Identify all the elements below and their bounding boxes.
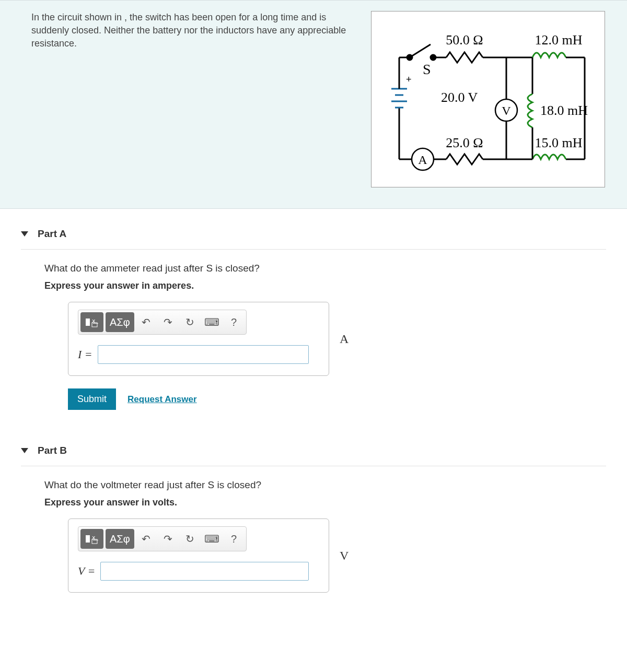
part-b-answer-box: x͟ ΑΣφ ↶ ↷ ↻ ⌨ ? V = xyxy=(68,518,329,593)
circuit-figure: + S V A 50.0 Ω 12.0 mH 20.0 V 18.0 mH 25… xyxy=(371,11,605,187)
reset-button[interactable]: ↻ xyxy=(180,529,200,549)
greek-button[interactable]: ΑΣφ xyxy=(106,529,134,549)
part-a-question: What do the ammeter read just after S is… xyxy=(44,263,606,274)
svg-rect-33 xyxy=(86,535,90,543)
redo-button[interactable]: ↷ xyxy=(158,529,178,549)
part-b: Part B What do the voltmeter read just a… xyxy=(0,426,627,598)
caret-down-icon xyxy=(21,448,28,453)
intro-text: In the circuit shown in , the switch has… xyxy=(31,11,355,51)
l1-label: 12.0 mH xyxy=(535,32,583,48)
svg-line-3 xyxy=(410,44,431,57)
part-b-title: Part B xyxy=(38,445,67,456)
undo-button[interactable]: ↶ xyxy=(136,529,156,549)
part-a-instruction: Express your answer in amperes. xyxy=(44,280,606,291)
svg-rect-30 xyxy=(86,319,90,326)
part-a: Part A What do the ammeter read just aft… xyxy=(0,209,627,426)
r1-label: 50.0 Ω xyxy=(446,32,483,48)
part-b-variable: V = xyxy=(78,564,95,578)
svg-text:+: + xyxy=(406,74,412,85)
keyboard-button[interactable]: ⌨ xyxy=(202,312,222,332)
svg-text:V: V xyxy=(502,104,511,117)
part-a-variable: I = xyxy=(78,348,92,361)
part-b-instruction: Express your answer in volts. xyxy=(44,497,606,508)
part-b-unit: V xyxy=(340,549,349,563)
formula-toolbar: x͟ ΑΣφ ↶ ↷ ↻ ⌨ ? xyxy=(78,526,247,551)
formula-toolbar: x͟ ΑΣφ ↶ ↷ ↻ ⌨ ? xyxy=(78,310,247,335)
keyboard-button[interactable]: ⌨ xyxy=(202,529,222,549)
l3-label: 15.0 mH xyxy=(535,135,583,150)
problem-intro: In the circuit shown in , the switch has… xyxy=(0,0,627,209)
undo-button[interactable]: ↶ xyxy=(136,312,156,332)
templates-button[interactable]: x͟ xyxy=(80,312,103,332)
switch-label: S xyxy=(423,61,431,77)
part-a-header[interactable]: Part A xyxy=(21,222,606,250)
part-a-answer-box: x͟ ΑΣφ ↶ ↷ ↻ ⌨ ? I = xyxy=(68,302,329,376)
part-a-input[interactable] xyxy=(98,345,309,364)
request-answer-link[interactable]: Request Answer xyxy=(127,394,197,405)
part-a-unit: A xyxy=(340,332,349,346)
caret-down-icon xyxy=(21,231,28,237)
greek-button[interactable]: ΑΣφ xyxy=(106,312,134,332)
part-b-header[interactable]: Part B xyxy=(21,439,606,466)
submit-button[interactable]: Submit xyxy=(68,388,116,410)
reset-button[interactable]: ↻ xyxy=(180,312,200,332)
r2-label: 25.0 Ω xyxy=(446,135,483,150)
l2-label: 18.0 mH xyxy=(540,103,588,118)
help-button[interactable]: ? xyxy=(224,529,244,549)
part-b-input[interactable] xyxy=(100,562,309,581)
part-a-title: Part A xyxy=(38,228,66,240)
templates-button[interactable]: x͟ xyxy=(80,529,103,549)
redo-button[interactable]: ↷ xyxy=(158,312,178,332)
part-b-question: What do the voltmeter read just after S … xyxy=(44,479,606,491)
help-button[interactable]: ? xyxy=(224,312,244,332)
vsrc-label: 20.0 V xyxy=(441,90,478,105)
svg-text:A: A xyxy=(418,153,427,167)
